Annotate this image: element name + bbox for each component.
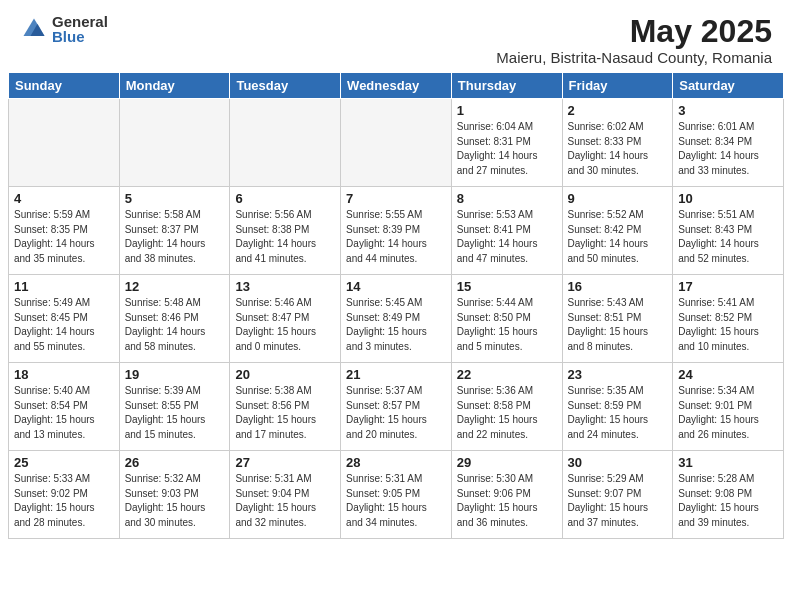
header: General Blue May 2025 Maieru, Bistrita-N… — [0, 0, 792, 72]
day-number: 21 — [346, 367, 446, 382]
day-number: 25 — [14, 455, 114, 470]
day-info: Sunrise: 5:51 AM Sunset: 8:43 PM Dayligh… — [678, 208, 778, 266]
day-info: Sunrise: 5:49 AM Sunset: 8:45 PM Dayligh… — [14, 296, 114, 354]
title-block: May 2025 Maieru, Bistrita-Nasaud County,… — [496, 14, 772, 66]
weekday-header-tuesday: Tuesday — [230, 73, 341, 99]
calendar-week-5: 25Sunrise: 5:33 AM Sunset: 9:02 PM Dayli… — [9, 451, 784, 539]
day-info: Sunrise: 5:58 AM Sunset: 8:37 PM Dayligh… — [125, 208, 225, 266]
calendar-cell: 5Sunrise: 5:58 AM Sunset: 8:37 PM Daylig… — [119, 187, 230, 275]
logo-blue-text: Blue — [52, 29, 108, 44]
calendar-cell: 30Sunrise: 5:29 AM Sunset: 9:07 PM Dayli… — [562, 451, 673, 539]
day-info: Sunrise: 5:32 AM Sunset: 9:03 PM Dayligh… — [125, 472, 225, 530]
calendar-cell: 26Sunrise: 5:32 AM Sunset: 9:03 PM Dayli… — [119, 451, 230, 539]
day-info: Sunrise: 5:43 AM Sunset: 8:51 PM Dayligh… — [568, 296, 668, 354]
calendar-cell: 16Sunrise: 5:43 AM Sunset: 8:51 PM Dayli… — [562, 275, 673, 363]
calendar-week-4: 18Sunrise: 5:40 AM Sunset: 8:54 PM Dayli… — [9, 363, 784, 451]
weekday-header-thursday: Thursday — [451, 73, 562, 99]
day-number: 16 — [568, 279, 668, 294]
calendar-body: 1Sunrise: 6:04 AM Sunset: 8:31 PM Daylig… — [9, 99, 784, 539]
day-info: Sunrise: 5:59 AM Sunset: 8:35 PM Dayligh… — [14, 208, 114, 266]
day-number: 28 — [346, 455, 446, 470]
day-number: 7 — [346, 191, 446, 206]
day-number: 18 — [14, 367, 114, 382]
calendar-cell: 14Sunrise: 5:45 AM Sunset: 8:49 PM Dayli… — [341, 275, 452, 363]
calendar-cell — [230, 99, 341, 187]
day-number: 10 — [678, 191, 778, 206]
calendar-cell: 12Sunrise: 5:48 AM Sunset: 8:46 PM Dayli… — [119, 275, 230, 363]
weekday-header-sunday: Sunday — [9, 73, 120, 99]
day-info: Sunrise: 5:45 AM Sunset: 8:49 PM Dayligh… — [346, 296, 446, 354]
day-info: Sunrise: 5:28 AM Sunset: 9:08 PM Dayligh… — [678, 472, 778, 530]
calendar-cell: 31Sunrise: 5:28 AM Sunset: 9:08 PM Dayli… — [673, 451, 784, 539]
day-number: 9 — [568, 191, 668, 206]
day-number: 6 — [235, 191, 335, 206]
month-title: May 2025 — [496, 14, 772, 49]
day-info: Sunrise: 5:56 AM Sunset: 8:38 PM Dayligh… — [235, 208, 335, 266]
day-info: Sunrise: 5:36 AM Sunset: 8:58 PM Dayligh… — [457, 384, 557, 442]
calendar-cell: 19Sunrise: 5:39 AM Sunset: 8:55 PM Dayli… — [119, 363, 230, 451]
day-number: 22 — [457, 367, 557, 382]
day-info: Sunrise: 5:31 AM Sunset: 9:04 PM Dayligh… — [235, 472, 335, 530]
calendar-table: SundayMondayTuesdayWednesdayThursdayFrid… — [8, 72, 784, 539]
weekday-header-saturday: Saturday — [673, 73, 784, 99]
calendar-cell: 9Sunrise: 5:52 AM Sunset: 8:42 PM Daylig… — [562, 187, 673, 275]
calendar-cell: 21Sunrise: 5:37 AM Sunset: 8:57 PM Dayli… — [341, 363, 452, 451]
calendar-week-2: 4Sunrise: 5:59 AM Sunset: 8:35 PM Daylig… — [9, 187, 784, 275]
day-number: 11 — [14, 279, 114, 294]
calendar-cell: 23Sunrise: 5:35 AM Sunset: 8:59 PM Dayli… — [562, 363, 673, 451]
calendar-cell: 10Sunrise: 5:51 AM Sunset: 8:43 PM Dayli… — [673, 187, 784, 275]
day-info: Sunrise: 5:46 AM Sunset: 8:47 PM Dayligh… — [235, 296, 335, 354]
day-number: 12 — [125, 279, 225, 294]
day-number: 8 — [457, 191, 557, 206]
calendar-cell — [9, 99, 120, 187]
calendar-cell — [341, 99, 452, 187]
day-info: Sunrise: 5:38 AM Sunset: 8:56 PM Dayligh… — [235, 384, 335, 442]
day-number: 29 — [457, 455, 557, 470]
day-info: Sunrise: 5:35 AM Sunset: 8:59 PM Dayligh… — [568, 384, 668, 442]
day-number: 14 — [346, 279, 446, 294]
location-title: Maieru, Bistrita-Nasaud County, Romania — [496, 49, 772, 66]
day-info: Sunrise: 5:48 AM Sunset: 8:46 PM Dayligh… — [125, 296, 225, 354]
day-number: 3 — [678, 103, 778, 118]
calendar-wrapper: SundayMondayTuesdayWednesdayThursdayFrid… — [0, 72, 792, 547]
day-info: Sunrise: 5:44 AM Sunset: 8:50 PM Dayligh… — [457, 296, 557, 354]
weekday-header-row: SundayMondayTuesdayWednesdayThursdayFrid… — [9, 73, 784, 99]
calendar-header: SundayMondayTuesdayWednesdayThursdayFrid… — [9, 73, 784, 99]
calendar-cell: 15Sunrise: 5:44 AM Sunset: 8:50 PM Dayli… — [451, 275, 562, 363]
calendar-cell: 3Sunrise: 6:01 AM Sunset: 8:34 PM Daylig… — [673, 99, 784, 187]
calendar-cell: 27Sunrise: 5:31 AM Sunset: 9:04 PM Dayli… — [230, 451, 341, 539]
day-number: 19 — [125, 367, 225, 382]
day-number: 17 — [678, 279, 778, 294]
day-info: Sunrise: 6:02 AM Sunset: 8:33 PM Dayligh… — [568, 120, 668, 178]
logo: General Blue — [20, 14, 108, 44]
day-info: Sunrise: 5:52 AM Sunset: 8:42 PM Dayligh… — [568, 208, 668, 266]
calendar-cell: 28Sunrise: 5:31 AM Sunset: 9:05 PM Dayli… — [341, 451, 452, 539]
logo-general-text: General — [52, 14, 108, 29]
calendar-week-1: 1Sunrise: 6:04 AM Sunset: 8:31 PM Daylig… — [9, 99, 784, 187]
calendar-cell: 8Sunrise: 5:53 AM Sunset: 8:41 PM Daylig… — [451, 187, 562, 275]
calendar-cell: 22Sunrise: 5:36 AM Sunset: 8:58 PM Dayli… — [451, 363, 562, 451]
day-number: 27 — [235, 455, 335, 470]
day-info: Sunrise: 5:29 AM Sunset: 9:07 PM Dayligh… — [568, 472, 668, 530]
day-number: 15 — [457, 279, 557, 294]
calendar-cell — [119, 99, 230, 187]
day-number: 26 — [125, 455, 225, 470]
day-info: Sunrise: 5:31 AM Sunset: 9:05 PM Dayligh… — [346, 472, 446, 530]
day-info: Sunrise: 5:33 AM Sunset: 9:02 PM Dayligh… — [14, 472, 114, 530]
day-info: Sunrise: 5:53 AM Sunset: 8:41 PM Dayligh… — [457, 208, 557, 266]
calendar-cell: 29Sunrise: 5:30 AM Sunset: 9:06 PM Dayli… — [451, 451, 562, 539]
calendar-cell: 6Sunrise: 5:56 AM Sunset: 8:38 PM Daylig… — [230, 187, 341, 275]
day-info: Sunrise: 5:55 AM Sunset: 8:39 PM Dayligh… — [346, 208, 446, 266]
day-number: 30 — [568, 455, 668, 470]
day-number: 2 — [568, 103, 668, 118]
logo-text: General Blue — [52, 14, 108, 44]
day-info: Sunrise: 5:41 AM Sunset: 8:52 PM Dayligh… — [678, 296, 778, 354]
day-info: Sunrise: 6:01 AM Sunset: 8:34 PM Dayligh… — [678, 120, 778, 178]
calendar-cell: 2Sunrise: 6:02 AM Sunset: 8:33 PM Daylig… — [562, 99, 673, 187]
day-number: 5 — [125, 191, 225, 206]
day-number: 24 — [678, 367, 778, 382]
logo-icon — [20, 15, 48, 43]
weekday-header-friday: Friday — [562, 73, 673, 99]
calendar-cell: 4Sunrise: 5:59 AM Sunset: 8:35 PM Daylig… — [9, 187, 120, 275]
day-info: Sunrise: 5:40 AM Sunset: 8:54 PM Dayligh… — [14, 384, 114, 442]
